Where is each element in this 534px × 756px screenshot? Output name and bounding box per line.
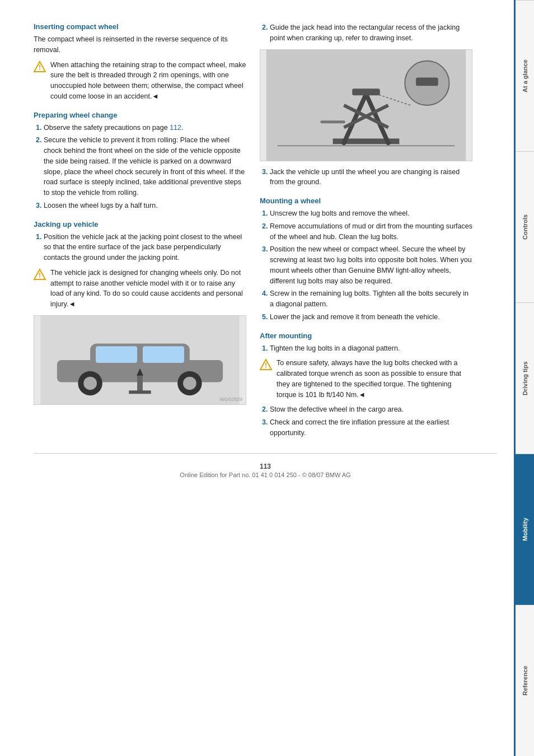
mounting-step-3: Position the new wheel or compact wheel.…	[270, 244, 472, 286]
step-2: Secure the vehicle to prevent it from ro…	[44, 135, 246, 198]
after-mounting-step-2: Stow the defective wheel in the cargo ar…	[270, 404, 472, 415]
step-1: Observe the safety precautions on page 1…	[44, 123, 246, 133]
mounting-a-wheel-heading: Mounting a wheel	[260, 197, 472, 205]
two-column-layout: Inserting compact wheel The compact whee…	[34, 22, 497, 442]
after-mounting-step-3: Check and correct the tire inflation pre…	[270, 417, 472, 438]
vehicle-jack-image: WG02929	[34, 315, 246, 405]
after-mounting-steps-2: Stow the defective wheel in the cargo ar…	[260, 404, 472, 438]
svg-text:!: !	[39, 64, 41, 72]
after-mounting-warning-text: To ensure safety, always have the lug bo…	[277, 358, 472, 400]
jacking-step-1: Position the vehicle jack at the jacking…	[44, 232, 246, 263]
warning-icon-1: !	[34, 60, 46, 73]
svg-rect-22	[352, 88, 380, 95]
page-footer: 113 Online Edition for Part no. 01 41 0 …	[34, 453, 497, 483]
sidebar-tab-reference[interactable]: Reference	[516, 605, 534, 756]
footer-note: Online Edition for Part no. 01 41 0 014 …	[34, 472, 497, 478]
after-mounting-steps: Tighten the lug bolts in a diagonal patt…	[260, 343, 472, 354]
page-container: Inserting compact wheel The compact whee…	[0, 0, 534, 756]
step-3: Loosen the wheel lugs by a half turn.	[44, 200, 246, 211]
mounting-step-1: Unscrew the lug bolts and remove the whe…	[270, 208, 472, 219]
mounting-step-4: Screw in the remaining lug bolts. Tighte…	[270, 288, 472, 310]
sidebar-tab-controls[interactable]: Controls	[516, 151, 534, 302]
main-content: Inserting compact wheel The compact whee…	[0, 0, 514, 756]
svg-rect-13	[137, 375, 143, 392]
page-number: 113	[34, 463, 497, 470]
jacking-right-steps: Guide the jack head into the rectangular…	[260, 22, 472, 44]
svg-rect-14	[129, 390, 151, 394]
svg-text:!: !	[265, 362, 267, 370]
inserting-compact-wheel-heading: Inserting compact wheel	[34, 22, 246, 31]
warning-icon-2: !	[34, 268, 46, 281]
right-sidebar: At a glance Controls Driving tips Mobili…	[514, 0, 534, 756]
mounting-steps: Unscrew the lug bolts and remove the whe…	[260, 208, 472, 323]
inserting-compact-wheel-paragraph: The compact wheel is reinserted in the r…	[34, 34, 246, 55]
jack-mechanism-image	[260, 49, 472, 161]
left-column: Inserting compact wheel The compact whee…	[34, 22, 246, 442]
preparing-wheel-change-heading: Preparing wheel change	[34, 111, 246, 119]
jacking-step-2: Guide the jack head into the rectangular…	[270, 22, 472, 44]
jacking-step3-list: Jack the vehicle up until the wheel you …	[260, 167, 472, 188]
mounting-step-2: Remove accumulations of mud or dirt from…	[270, 221, 472, 242]
jacking-up-warning: ! The vehicle jack is designed for chang…	[34, 268, 246, 310]
svg-rect-8	[143, 346, 184, 363]
jacking-step-3: Jack the vehicle up until the wheel you …	[270, 167, 472, 188]
inserting-compact-wheel-warning-text: When attaching the retaining strap to th…	[50, 60, 246, 102]
after-mounting-warning: ! To ensure safety, always have the lug …	[260, 358, 472, 400]
svg-point-10	[83, 376, 97, 390]
svg-text:!: !	[39, 272, 41, 279]
jacking-up-vehicle-heading: Jacking up vehicle	[34, 220, 246, 228]
inserting-compact-wheel-warning: ! When attaching the retaining strap to …	[34, 60, 246, 102]
after-mounting-heading: After mounting	[260, 332, 472, 340]
sidebar-tab-at-a-glance[interactable]: At a glance	[516, 0, 534, 151]
sidebar-tab-driving-tips[interactable]: Driving tips	[516, 302, 534, 454]
image-watermark-1: WG02929	[219, 396, 242, 402]
svg-rect-24	[416, 77, 438, 86]
svg-rect-7	[96, 346, 137, 363]
jacking-step2-container: Guide the jack head into the rectangular…	[260, 22, 472, 44]
after-mounting-step-1: Tighten the lug bolts in a diagonal patt…	[270, 343, 472, 354]
mounting-step-5: Lower the jack and remove it from beneat…	[270, 312, 472, 323]
preparing-wheel-change-steps: Observe the safety precautions on page 1…	[34, 123, 246, 211]
svg-point-12	[183, 376, 196, 390]
right-column: Guide the jack head into the rectangular…	[260, 22, 472, 442]
warning-icon-3: !	[260, 358, 272, 371]
sidebar-tab-mobility[interactable]: Mobility	[516, 454, 534, 605]
jacking-up-steps: Position the vehicle jack at the jacking…	[34, 232, 246, 263]
jacking-up-warning-text: The vehicle jack is designed for changin…	[50, 268, 246, 310]
page-112-link[interactable]: 112	[170, 124, 181, 132]
